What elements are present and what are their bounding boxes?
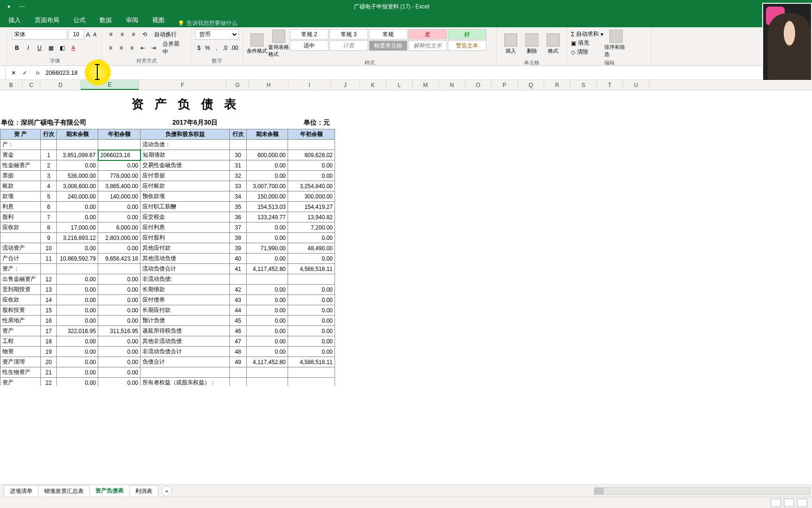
cell[interactable]: 0.00 [98,285,141,295]
col-header-J[interactable]: J [331,80,360,90]
cell[interactable]: 44 [230,305,247,316]
cell[interactable]: 所有者权益（或股东权益）： [141,378,230,386]
cell[interactable]: 0.00 [288,316,335,326]
cell[interactable]: 4,117,452.80 [247,264,288,274]
cell[interactable]: 0.00 [247,347,288,357]
cell[interactable]: 0.00 [288,233,335,243]
cell[interactable]: 0.00 [57,202,98,212]
cell[interactable]: 性房地产 [0,316,41,326]
cell[interactable]: 0.00 [247,316,288,326]
italic-button[interactable]: I [23,43,33,53]
autosum-button[interactable]: Σ自动求和▾ [571,30,603,38]
cell[interactable]: 0.00 [247,171,288,181]
table-format-button[interactable]: 套用表格格式 [268,29,289,58]
format-cells-button[interactable]: 格式 [543,29,563,58]
style-normal[interactable]: 常规 [369,29,407,40]
cell[interactable]: 0.00 [247,326,288,336]
col-header-K[interactable]: K [360,80,386,90]
cell[interactable]: 0.00 [247,295,288,305]
cell[interactable]: 账款 [0,181,41,191]
cell[interactable]: 性生物资产 [0,367,41,378]
cell[interactable]: 0.00 [288,160,335,171]
cell[interactable]: 17 [41,326,57,336]
cell[interactable]: 产合计 [0,254,41,264]
merge-center-button[interactable]: 合并居中 [159,43,187,53]
sheet-tab-4[interactable]: 利润表 [129,485,158,497]
cell[interactable]: 13 [41,285,57,295]
cell[interactable]: 款项 [0,191,41,202]
cell[interactable]: 长期应付款 [141,305,230,316]
cell[interactable]: 18 [41,336,57,347]
cell[interactable]: 47 [230,336,247,347]
cell[interactable]: 0.00 [98,274,141,285]
cell[interactable]: 2 [41,160,57,171]
cell[interactable] [230,274,247,285]
indent-increase-icon[interactable]: ⇥ [148,43,158,53]
font-size-select[interactable] [68,29,84,40]
align-center-icon[interactable]: ≡ [117,43,126,53]
tab-view[interactable]: 视图 [146,13,171,27]
cell[interactable]: 应付账款 [141,181,230,191]
delete-cells-button[interactable]: 删除 [522,29,542,58]
fill-color-button[interactable]: ◧ [57,43,67,53]
insert-cells-button[interactable]: 插入 [500,29,521,58]
col-header-N[interactable]: N [439,80,465,90]
cell[interactable]: 9 [41,233,57,243]
cell[interactable]: 股权投资 [0,305,41,316]
cell[interactable]: 16 [41,316,57,326]
cell[interactable]: 应收款 [0,295,41,305]
cell[interactable]: 6 [41,202,57,212]
fx-icon[interactable]: fx [33,70,43,76]
style-moderate[interactable]: 适中 [290,40,328,51]
cell[interactable]: 0.00 [98,202,141,212]
tab-data[interactable]: 数据 [93,13,118,27]
cell[interactable]: 流动资产 [0,243,41,254]
cell[interactable]: 3 [41,171,57,181]
tell-me[interactable]: 💡 告诉我您想要做什么 [172,19,237,27]
tab-review[interactable]: 审阅 [119,13,145,27]
style-bad[interactable]: 差 [408,29,447,40]
style-check[interactable]: 检查单元格 [369,40,407,51]
decrease-font-icon[interactable]: A [92,29,98,40]
qat-dropdown-icon[interactable]: ▾ [4,1,14,12]
indent-decrease-icon[interactable]: ⇤ [138,43,148,53]
tab-formulas[interactable]: 公式 [67,13,92,27]
col-header-S[interactable]: S [570,80,597,90]
cancel-edit-icon[interactable]: ✕ [8,68,19,78]
col-header-P[interactable]: P [492,80,518,90]
cell[interactable]: 利息 [0,202,41,212]
cell[interactable]: 0.00 [57,285,98,295]
cell[interactable]: 0.00 [288,336,335,347]
normal-view-button[interactable] [771,499,781,507]
cell[interactable] [57,264,98,274]
cell[interactable]: 778,000.00 [98,171,141,181]
cell[interactable]: 3,216,893.12 [57,233,98,243]
cell[interactable] [41,264,57,274]
cell[interactable]: 311,516.95 [98,326,141,336]
cell[interactable]: 809,628.02 [288,150,335,160]
cell[interactable] [247,378,288,386]
col-header-F[interactable]: F [139,80,226,90]
cell[interactable]: 45 [230,316,247,326]
cell[interactable]: 0.00 [247,233,288,243]
col-header-T[interactable]: T [597,80,623,90]
cell[interactable]: 0.00 [288,347,335,357]
sheet-tab-3[interactable]: 资产负债表 [89,484,130,498]
cell[interactable]: 0.00 [98,316,141,326]
cell[interactable]: 35 [230,202,247,212]
cell[interactable]: 7,200.00 [288,222,335,233]
currency-icon[interactable]: $ [195,43,203,53]
cell[interactable]: 0.00 [57,212,98,222]
cell[interactable]: 154,419.27 [288,202,335,212]
style-normal3[interactable]: 常规 3 [329,29,368,40]
cell[interactable]: 其他非流动负债 [141,336,230,347]
cell[interactable]: 4,588,518.11 [288,357,335,367]
cell[interactable]: 0.00 [57,347,98,357]
cell[interactable]: 0.00 [57,160,98,171]
font-name-select[interactable] [12,29,67,40]
align-top-icon[interactable]: ≡ [106,29,116,40]
cell[interactable]: 至到期投资 [0,285,41,295]
cell[interactable]: 性金融资产 [0,160,41,171]
cell[interactable]: 资产 [0,326,41,336]
cell[interactable]: 13,940.82 [288,212,335,222]
